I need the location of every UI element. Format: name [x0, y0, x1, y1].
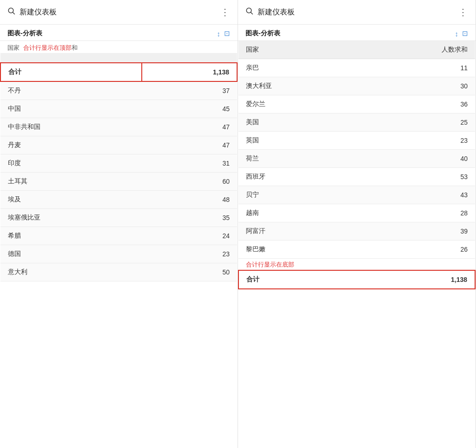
right-row-country: 荷兰 [238, 150, 357, 168]
right-table-row: 英国 23 [238, 132, 475, 150]
right-table-row: 越南 28 [238, 204, 475, 222]
right-table-row: 西班牙 53 [238, 168, 475, 186]
right-table-row: 澳大利亚 30 [238, 77, 475, 95]
right-row-value: 36 [357, 95, 476, 114]
left-row-value: 31 [142, 154, 237, 173]
right-annotation-row: 合计行显示在底部 [238, 259, 475, 271]
right-row-value: 28 [357, 204, 476, 222]
right-total-row: 合计 1,138 [238, 270, 475, 289]
left-row-country: 埃塞俄比亚 [0, 209, 142, 227]
right-total-value: 1,138 [357, 270, 476, 289]
right-row-value: 39 [357, 222, 476, 241]
right-annotation-bottom: 合计行显示在底部 [246, 261, 294, 268]
right-table-row: 亲巴 11 [238, 59, 475, 77]
right-table-row: 美国 25 [238, 114, 475, 132]
right-row-value: 25 [357, 114, 476, 132]
right-row-country: 阿富汗 [238, 222, 357, 241]
left-more-icon[interactable]: ⋮ [220, 7, 230, 18]
right-chart-icons: ↕ ⊡ [455, 29, 469, 38]
left-total-value: 1,138 [142, 63, 237, 81]
right-row-country: 贝宁 [238, 186, 357, 204]
svg-point-2 [246, 8, 251, 13]
right-panel: 新建仪表板 ⋮ 图表-分析表 ↕ ⊡ 国家 人数求和 亲巴 11 澳大利亚 30… [238, 0, 476, 448]
right-table-row: 荷兰 40 [238, 150, 475, 168]
right-row-value: 53 [357, 168, 476, 186]
left-table-row: 印度 31 [0, 154, 237, 173]
right-chart-title: 图表-分析表 [245, 29, 280, 38]
left-annotation-red: 合计行显示在顶部 [23, 44, 72, 52]
left-annotation-top: 国家 合计行显示在顶部 和 [0, 41, 238, 53]
left-row-country: 德国 [0, 245, 142, 263]
right-row-country: 越南 [238, 204, 357, 222]
left-row-country: 埃及 [0, 191, 142, 209]
right-row-country: 西班牙 [238, 168, 357, 186]
left-row-value: 47 [142, 136, 237, 154]
right-row-country: 黎巴嫩 [238, 241, 357, 259]
left-table-row: 土耳其 60 [0, 173, 237, 191]
left-row-value: 47 [142, 118, 237, 136]
left-row-country: 希腊 [0, 227, 142, 245]
left-row-country: 不丹 [0, 81, 142, 100]
left-sort-icon[interactable]: ↕ [217, 30, 221, 38]
left-table-container: 合计 1,138 不丹 37 中国 45 中非共和国 47 丹麦 47 印度 3… [0, 53, 238, 448]
left-expand-icon[interactable]: ⊡ [224, 29, 230, 38]
right-table-row: 阿富汗 39 [238, 222, 475, 241]
left-table-row: 希腊 24 [0, 227, 237, 245]
right-table-row: 爱尔兰 36 [238, 95, 475, 114]
left-row-country: 丹麦 [0, 136, 142, 154]
right-row-country: 澳大利亚 [238, 77, 357, 95]
left-col-value [142, 53, 237, 63]
left-row-country: 中国 [0, 100, 142, 118]
left-total-label: 合计 [0, 63, 142, 81]
right-table-header-row: 国家 人数求和 [238, 41, 475, 59]
svg-line-3 [251, 12, 253, 14]
left-table-row: 丹麦 47 [0, 136, 237, 154]
left-table-row: 埃塞俄比亚 35 [0, 209, 237, 227]
right-sort-icon[interactable]: ↕ [455, 30, 459, 38]
left-table-row: 德国 23 [0, 245, 237, 263]
left-table-header-row [0, 53, 237, 63]
right-row-value: 26 [357, 241, 476, 259]
left-panel: 新建仪表板 ⋮ 图表-分析表 ↕ ⊡ 国家 合计行显示在顶部 和 [0, 0, 238, 448]
left-row-value: 60 [142, 173, 237, 191]
left-row-value: 23 [142, 245, 237, 263]
left-table: 合计 1,138 不丹 37 中国 45 中非共和国 47 丹麦 47 印度 3… [0, 53, 238, 281]
right-row-country: 美国 [238, 114, 357, 132]
left-row-value: 45 [142, 100, 237, 118]
right-table-row: 贝宁 43 [238, 186, 475, 204]
right-search-icon[interactable] [245, 7, 254, 17]
right-row-value: 43 [357, 186, 476, 204]
left-row-country: 土耳其 [0, 173, 142, 191]
left-row-country: 意大利 [0, 263, 142, 281]
left-row-value: 35 [142, 209, 237, 227]
right-row-value: 40 [357, 150, 476, 168]
right-row-value: 30 [357, 77, 476, 95]
left-table-row: 中国 45 [0, 100, 237, 118]
left-total-row: 合计 1,138 [0, 63, 237, 81]
right-expand-icon[interactable]: ⊡ [462, 29, 468, 38]
left-row-value: 50 [142, 263, 237, 281]
left-table-row: 不丹 37 [0, 81, 237, 100]
right-table-container: 国家 人数求和 亲巴 11 澳大利亚 30 爱尔兰 36 美国 25 英国 23… [238, 41, 476, 448]
right-row-value: 11 [357, 59, 476, 77]
left-annotation-prefix: 国家 [7, 44, 20, 52]
left-row-country: 印度 [0, 154, 142, 173]
left-panel-title: 新建仪表板 [20, 7, 220, 17]
left-annotation-suffix: 和 [72, 44, 78, 52]
search-icon[interactable] [7, 7, 16, 17]
right-more-icon[interactable]: ⋮ [458, 7, 468, 18]
right-panel-header: 新建仪表板 ⋮ [238, 0, 476, 25]
left-chart-title: 图表-分析表 [7, 29, 42, 38]
right-chart-header: 图表-分析表 ↕ ⊡ [238, 25, 476, 41]
right-panel-title: 新建仪表板 [258, 7, 458, 17]
left-row-value: 37 [142, 81, 237, 100]
right-row-country: 爱尔兰 [238, 95, 357, 114]
right-row-value: 23 [357, 132, 476, 150]
svg-point-0 [8, 8, 13, 13]
left-col-country [0, 53, 142, 63]
right-col-country: 国家 [238, 41, 357, 59]
left-table-row: 意大利 50 [0, 263, 237, 281]
left-row-value: 48 [142, 191, 237, 209]
left-row-country: 中非共和国 [0, 118, 142, 136]
right-col-value: 人数求和 [357, 41, 476, 59]
